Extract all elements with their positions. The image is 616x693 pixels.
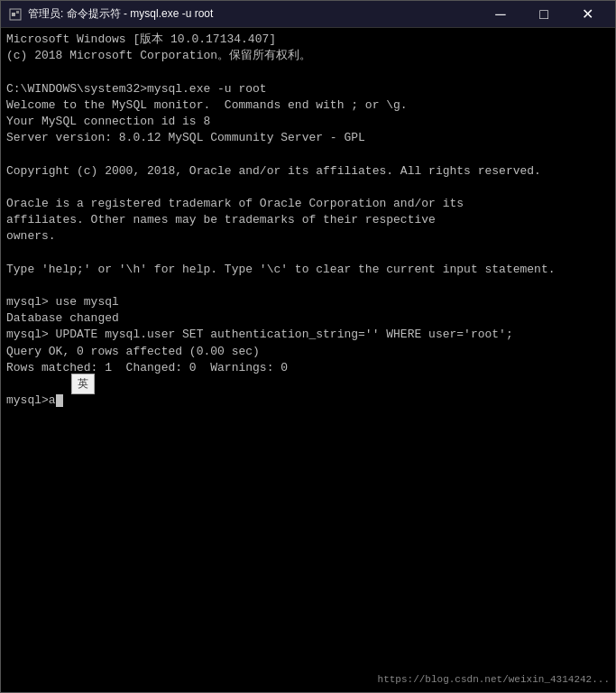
cmd-window: 管理员: 命令提示符 - mysql.exe -u root ─ □ ✕ Mic…: [0, 0, 616, 693]
line-5: Welcome to the MySQL monitor. Commands e…: [6, 97, 610, 114]
watermark: https://blog.csdn.net/weixin_4314242...: [378, 674, 610, 685]
line-1: Microsoft Windows [版本 10.0.17134.407]: [6, 32, 610, 48]
line-18: Database changed: [6, 310, 610, 327]
line-4: C:\WINDOWS\system32>mysql.exe -u root: [6, 81, 610, 97]
minimize-button[interactable]: ─: [480, 2, 521, 27]
current-input-line[interactable]: mysql> a: [6, 393, 610, 409]
maximize-button[interactable]: □: [523, 2, 565, 27]
line-19: mysql> UPDATE mysql.user SET authenticat…: [6, 327, 610, 343]
terminal-body[interactable]: Microsoft Windows [版本 10.0.17134.407] (c…: [1, 28, 615, 692]
line-14: [6, 245, 610, 261]
cursor: [56, 394, 63, 407]
line-6: Your MySQL connection id is 8: [6, 114, 610, 130]
line-20: Query OK, 0 rows affected (0.00 sec): [6, 344, 610, 360]
line-9: Copyright (c) 2000, 2018, Oracle and/or …: [6, 163, 610, 180]
title-text: 管理员: 命令提示符 - mysql.exe -u root: [28, 6, 480, 22]
line-22: [6, 376, 610, 393]
close-button[interactable]: ✕: [566, 2, 608, 27]
line-2: (c) 2018 Microsoft Corporation。保留所有权利。: [6, 48, 610, 64]
window-icon: [8, 7, 23, 22]
line-16: [6, 278, 610, 294]
line-17: mysql> use mysql: [6, 294, 610, 310]
line-3: [6, 64, 610, 80]
line-13: owners.: [6, 228, 610, 245]
prompt-text: mysql>: [6, 393, 49, 409]
svg-rect-2: [16, 11, 19, 14]
line-10: [6, 180, 610, 196]
window-controls: ─ □ ✕: [480, 2, 608, 27]
title-bar: 管理员: 命令提示符 - mysql.exe -u root ─ □ ✕: [1, 1, 615, 28]
svg-rect-1: [12, 13, 15, 16]
input-text: a: [49, 393, 56, 409]
line-15: Type 'help;' or '\h' for help. Type '\c'…: [6, 262, 610, 278]
line-7: Server version: 8.0.12 MySQL Community S…: [6, 130, 610, 146]
ime-popup: 英: [71, 374, 95, 394]
line-21: Rows matched: 1 Changed: 0 Warnings: 0: [6, 360, 610, 376]
line-11: Oracle is a registered trademark of Orac…: [6, 196, 610, 212]
ime-text: 英: [78, 377, 88, 390]
line-8: [6, 146, 610, 162]
line-12: affiliates. Other names may be trademark…: [6, 212, 610, 228]
